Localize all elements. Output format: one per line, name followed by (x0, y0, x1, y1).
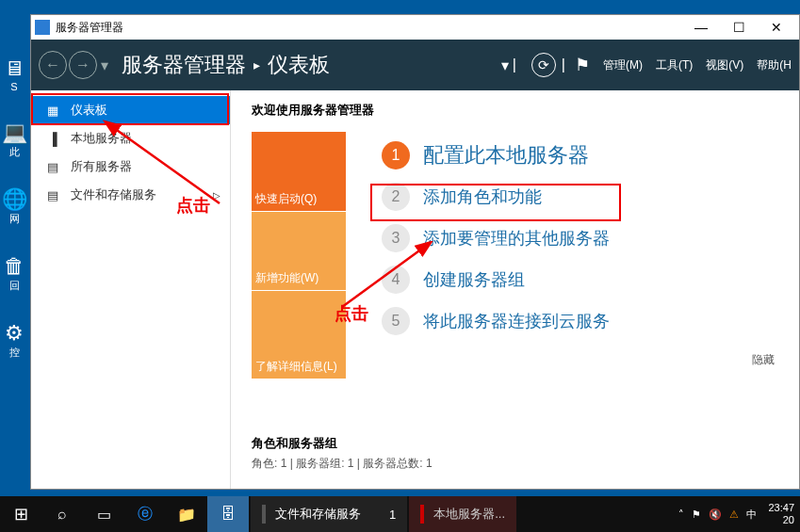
cloud-icon: ☁ (710, 461, 736, 492)
sidebar-item-local-server[interactable]: ▐ 本地服务器 (31, 124, 230, 153)
titlebar: 服务器管理器 — ☐ ✕ (31, 15, 799, 40)
close-button[interactable]: ✕ (758, 16, 795, 39)
menu-view[interactable]: 视图(V) (706, 57, 743, 73)
toolbar: ← → ▾ 服务器管理器 ▸ 仪表板 ▾ | ⟳ | ⚑ 管理(M) 工具(T)… (31, 40, 799, 90)
app-icon (35, 20, 50, 35)
network-warning-icon[interactable]: ⚠ (729, 508, 739, 521)
desktop-icon[interactable]: 🗑回 (0, 254, 28, 293)
watermark: ☁ 亿速云 (710, 461, 794, 492)
main-panel: 欢迎使用服务器管理器 快速启动(Q) 新增功能(W) 了解详细信息(L) 1 配… (231, 90, 799, 489)
sidebar-item-dashboard[interactable]: ▦ 仪表板 (31, 96, 230, 124)
chevron-right-icon: ▸ (253, 57, 260, 73)
desktop-icon[interactable]: 🖥S (0, 56, 28, 92)
step-create-server-group[interactable]: 4 创建服务器组 (382, 266, 778, 294)
step-add-roles-features[interactable]: 2 添加角色和功能 (382, 183, 778, 211)
menu-tools[interactable]: 工具(T) (656, 57, 693, 73)
dropdown-icon[interactable]: ▾ (101, 56, 108, 74)
back-button[interactable]: ← (39, 51, 67, 79)
refresh-button[interactable]: ⟳ (531, 53, 556, 77)
menu-manage[interactable]: 管理(M) (603, 57, 643, 73)
tile-quickstart[interactable]: 快速启动(Q) (252, 132, 346, 211)
sidebar-item-label: 本地服务器 (71, 130, 132, 147)
desktop-icon[interactable]: ⚙控 (0, 321, 28, 360)
forward-button[interactable]: → (69, 51, 97, 79)
task-view-button[interactable]: ▭ (83, 496, 124, 532)
desktop-icon[interactable]: 🌐网 (0, 187, 28, 226)
storage-icon: ▤ (44, 188, 61, 202)
server-icon: ▐ (44, 132, 61, 146)
tray-flag-icon[interactable]: ⚑ (692, 508, 701, 521)
roles-heading: 角色和服务器组 (252, 435, 778, 452)
step-add-other-servers[interactable]: 3 添加要管理的其他服务器 (382, 224, 778, 252)
ie-button[interactable]: ⓔ (124, 496, 166, 532)
quick-start-steps: 1 配置此本地服务器 2 添加角色和功能 3 添加要管理的其他服务器 4 创建服… (346, 132, 778, 379)
dashboard-icon: ▦ (44, 104, 61, 118)
menu-help[interactable]: 帮助(H (757, 57, 792, 73)
step-connect-cloud[interactable]: 5 将此服务器连接到云服务 (382, 307, 778, 335)
volume-icon[interactable]: 🔇 (709, 508, 722, 521)
start-button[interactable]: ⊞ (0, 496, 41, 532)
system-tray: ˄ ⚑ 🔇 ⚠ 中 23:47 20 (675, 502, 800, 526)
taskbar-app-local-server[interactable]: 本地服务器... (409, 496, 516, 532)
server-manager-task[interactable]: 🗄 (207, 496, 249, 532)
breadcrumb: 服务器管理器 ▸ 仪表板 (122, 51, 330, 79)
step-configure-server[interactable]: 1 配置此本地服务器 (382, 141, 778, 169)
roles-subtitle: 角色: 1 | 服务器组: 1 | 服务器总数: 1 (252, 456, 778, 472)
window-title: 服务器管理器 (56, 20, 682, 36)
taskbar: ⊞ ⌕ ▭ ⓔ 📁 🗄 文件和存储服务 1 本地服务器... ˄ ⚑ 🔇 ⚠ 中… (0, 496, 800, 532)
ime-indicator[interactable]: 中 (746, 508, 757, 522)
dropdown-icon[interactable]: ▾ (501, 56, 509, 74)
welcome-heading: 欢迎使用服务器管理器 (252, 102, 778, 119)
chevron-right-icon: ▷ (213, 190, 220, 201)
tile-learnmore[interactable]: 了解详细信息(L) (252, 290, 346, 379)
clock[interactable]: 23:47 20 (768, 502, 794, 526)
breadcrumb-page: 仪表板 (268, 51, 330, 79)
sidebar-item-all-servers[interactable]: ▤ 所有服务器 (31, 153, 230, 181)
servers-icon: ▤ (44, 160, 61, 174)
tray-chevron-icon[interactable]: ˄ (678, 508, 684, 521)
explorer-button[interactable]: 📁 (166, 496, 207, 532)
search-button[interactable]: ⌕ (41, 496, 83, 532)
tile-whatsnew[interactable]: 新增功能(W) (252, 211, 346, 290)
sidebar-item-file-storage[interactable]: ▤ 文件和存储服务 ▷ (31, 181, 230, 209)
notifications-icon[interactable]: ⚑ (575, 55, 590, 75)
sidebar-item-label: 所有服务器 (71, 158, 132, 175)
desktop-icon[interactable]: 💻此 (0, 121, 28, 159)
quick-tiles: 快速启动(Q) 新增功能(W) 了解详细信息(L) (252, 132, 346, 379)
server-manager-window: 服务器管理器 — ☐ ✕ ← → ▾ 服务器管理器 ▸ 仪表板 ▾ | ⟳ | … (30, 14, 800, 490)
sidebar: ▦ 仪表板 ▐ 本地服务器 ▤ 所有服务器 ▤ 文件和存储服务 ▷ 点击 (31, 90, 231, 489)
breadcrumb-root[interactable]: 服务器管理器 (122, 51, 246, 79)
sidebar-item-label: 文件和存储服务 (71, 186, 156, 203)
hide-link[interactable]: 隐藏 (752, 352, 775, 368)
maximize-button[interactable]: ☐ (720, 16, 758, 39)
minimize-button[interactable]: — (682, 16, 720, 39)
taskbar-app-file-storage[interactable]: 文件和存储服务 1 (251, 496, 407, 532)
sidebar-item-label: 仪表板 (71, 102, 107, 119)
